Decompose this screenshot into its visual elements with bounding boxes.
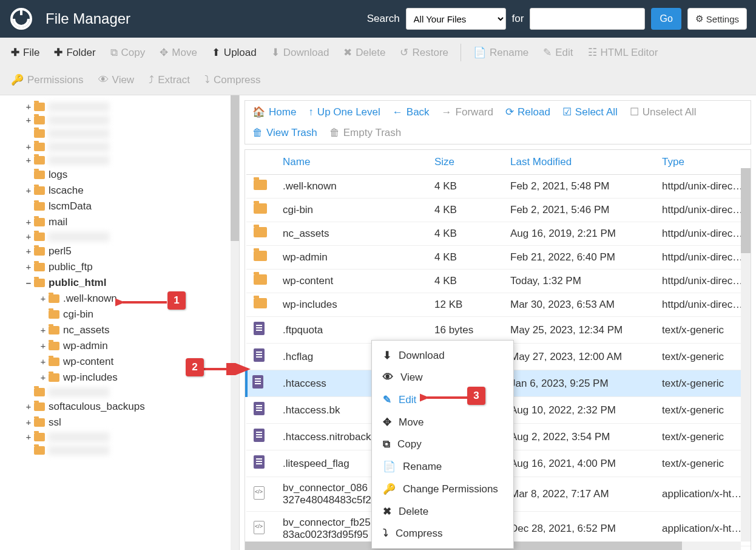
sidebar-scrollbar[interactable]: [231, 95, 239, 550]
table-row[interactable]: .ftpquota16 bytesMay 25, 2023, 12:34 PMt…: [246, 317, 751, 344]
tree-toggle-icon[interactable]: +: [24, 115, 33, 125]
tree-item[interactable]: +: [0, 114, 239, 127]
tree-item[interactable]: +wp-admin: [0, 338, 239, 354]
extract-button[interactable]: ⤴Extract: [143, 69, 196, 91]
file-modified: Aug 16, 2019, 2:21 PM: [503, 222, 655, 246]
table-row[interactable]: nc_assets4 KBAug 16, 2019, 2:21 PMhttpd/…: [246, 222, 751, 246]
upload-button[interactable]: ⬆Upload: [206, 41, 263, 64]
tree-toggle-icon[interactable]: +: [39, 325, 47, 335]
move-button[interactable]: ✥Move: [154, 41, 203, 64]
ctx-permissions[interactable]: 🔑Change Permissions: [372, 478, 513, 500]
tree-toggle-icon[interactable]: +: [24, 246, 33, 256]
restore-button[interactable]: ↺Restore: [394, 41, 454, 64]
ctx-compress[interactable]: ⤵Compress: [372, 523, 513, 545]
table-row[interactable]: wp-includes12 KBMar 30, 2023, 6:53 AMhtt…: [246, 293, 751, 317]
tree-item[interactable]: +public_ftp: [0, 259, 239, 275]
table-row[interactable]: cgi-bin4 KBFeb 2, 2021, 5:46 PMhttpd/uni…: [246, 199, 751, 222]
restore-label: Restore: [412, 47, 448, 59]
table-row[interactable]: wp-admin4 KBFeb 21, 2022, 6:40 PMhttpd/u…: [246, 246, 751, 270]
ctx-copy[interactable]: ⧉Copy: [372, 433, 513, 455]
tree-toggle-icon[interactable]: +: [24, 232, 33, 242]
up-button[interactable]: ↑Up One Level: [308, 106, 380, 118]
col-modified[interactable]: Last Modified: [503, 150, 655, 175]
tree-item[interactable]: +perl5: [0, 243, 239, 259]
table-vscroll[interactable]: [741, 168, 751, 542]
copy-icon: ⧉: [383, 438, 390, 450]
unselect-all-button[interactable]: ☐Unselect All: [630, 106, 697, 118]
folder-icon: [34, 143, 45, 151]
tree-item[interactable]: +mail: [0, 214, 239, 230]
scrollbar-thumb[interactable]: [231, 95, 239, 241]
unselect-all-label: Unselect All: [643, 106, 697, 118]
folder-button[interactable]: ✚Folder: [48, 41, 101, 64]
tree-item[interactable]: logs: [0, 167, 239, 183]
go-button[interactable]: Go: [651, 8, 681, 30]
ctx-delete[interactable]: ✖Delete: [372, 500, 513, 523]
tree-toggle-icon[interactable]: +: [24, 418, 33, 427]
tree-item[interactable]: +lscache: [0, 183, 239, 199]
table-row[interactable]: .well-known4 KBFeb 2, 2021, 5:48 PMhttpd…: [246, 175, 751, 199]
settings-button[interactable]: ⚙ Settings: [687, 8, 747, 30]
scrollbar-thumb[interactable]: [741, 168, 751, 253]
permissions-button[interactable]: 🔑Permissions: [5, 69, 90, 91]
col-icon[interactable]: [246, 150, 275, 175]
compress-button[interactable]: ⤵Compress: [198, 69, 266, 91]
html-editor-button[interactable]: ☷HTML Editor: [582, 41, 664, 64]
view-trash-button[interactable]: 🗑View Trash: [252, 127, 317, 139]
tree-item[interactable]: [0, 385, 239, 399]
tree-toggle-icon[interactable]: +: [39, 373, 47, 382]
tree-item[interactable]: [0, 127, 239, 140]
tree-toggle-icon[interactable]: +: [24, 186, 33, 195]
ctx-rename[interactable]: 📄Rename: [372, 455, 513, 478]
folder-icon: [254, 203, 267, 214]
empty-trash-button[interactable]: 🗑Empty Trash: [329, 127, 401, 139]
download-button[interactable]: ⬇Download: [265, 41, 336, 64]
tree-item[interactable]: −public_html: [0, 275, 239, 291]
edit-button[interactable]: ✎Edit: [537, 41, 579, 64]
rename-button[interactable]: 📄Rename: [467, 41, 535, 64]
document-icon: [254, 429, 265, 442]
tree-toggle-icon[interactable]: +: [24, 142, 33, 152]
select-all-button[interactable]: ☑Select All: [562, 106, 618, 118]
tree-item[interactable]: +: [0, 430, 239, 444]
folder-tree[interactable]: ++++logs+lscachelscmData+mail++perl5+pub…: [0, 95, 240, 550]
file-button[interactable]: ✚File: [5, 41, 46, 64]
tree-toggle-icon[interactable]: +: [24, 217, 33, 227]
forward-button[interactable]: →Forward: [442, 106, 493, 118]
ctx-move[interactable]: ✥Move: [372, 411, 513, 433]
tree-toggle-icon[interactable]: +: [39, 341, 47, 351]
tree-item[interactable]: +: [0, 230, 239, 243]
tree-item[interactable]: cgi-bin: [0, 307, 239, 322]
search-input[interactable]: [530, 8, 645, 30]
home-button[interactable]: 🏠Home: [252, 106, 296, 118]
folder-icon: [254, 298, 267, 308]
tree-item[interactable]: +softaculous_backups: [0, 399, 239, 415]
tree-item[interactable]: [0, 444, 239, 457]
tree-item[interactable]: +nc_assets: [0, 322, 239, 338]
col-size[interactable]: Size: [427, 150, 503, 175]
col-name[interactable]: Name: [275, 150, 427, 175]
back-button[interactable]: ←Back: [393, 106, 430, 118]
tree-toggle-icon[interactable]: −: [24, 278, 33, 288]
tree-toggle-icon[interactable]: +: [24, 155, 33, 165]
delete-button[interactable]: ✖Delete: [337, 41, 391, 64]
ctx-download[interactable]: ⬇Download: [372, 344, 513, 367]
tree-item[interactable]: +: [0, 140, 239, 154]
reload-button[interactable]: ⟳Reload: [505, 106, 550, 118]
view-button[interactable]: 👁View: [92, 69, 141, 91]
tree-toggle-icon[interactable]: +: [24, 432, 33, 442]
table-row[interactable]: wp-content4 KBToday, 1:32 PMhttpd/unix-d…: [246, 270, 751, 293]
search-scope-select[interactable]: All Your Files: [406, 8, 506, 30]
col-type[interactable]: Type: [655, 150, 751, 175]
tree-toggle-icon[interactable]: +: [24, 262, 33, 272]
tree-item[interactable]: +ssl: [0, 415, 239, 430]
tree-toggle-icon[interactable]: +: [24, 102, 33, 112]
tree-item[interactable]: lscmData: [0, 199, 239, 214]
tree-item[interactable]: +: [0, 154, 239, 167]
ctx-view[interactable]: 👁View: [372, 367, 513, 389]
tree-toggle-icon[interactable]: +: [39, 294, 47, 304]
copy-button[interactable]: ⧉Copy: [104, 41, 152, 64]
tree-toggle-icon[interactable]: +: [24, 402, 33, 412]
tree-item[interactable]: +: [0, 100, 239, 114]
tree-toggle-icon[interactable]: +: [39, 357, 47, 367]
